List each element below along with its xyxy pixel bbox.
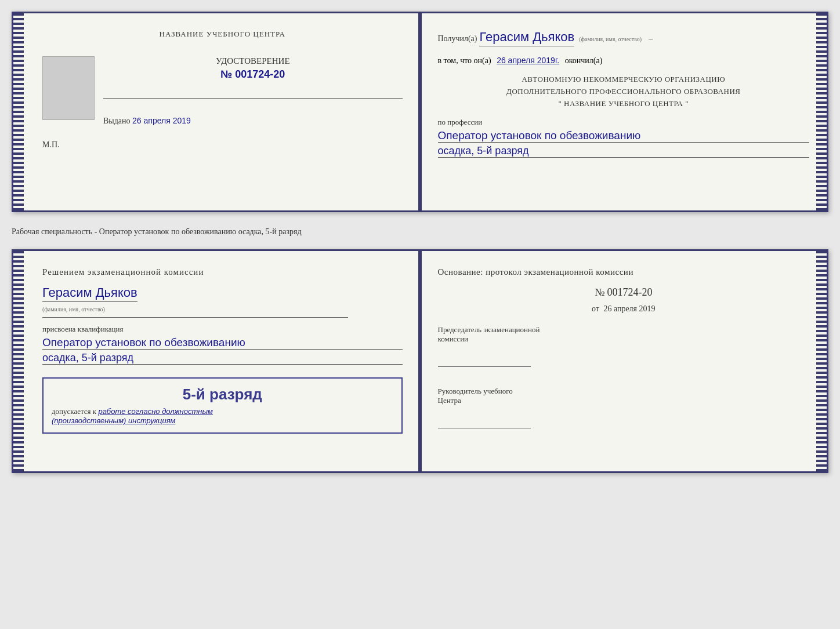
date-value: 26 апреля 2019 bbox=[603, 304, 655, 313]
right-deco-lines-top bbox=[817, 13, 827, 210]
chairman-signature-line bbox=[438, 355, 531, 367]
fio-sublabel-bottom: (фамилия, имя, отчество) bbox=[42, 306, 105, 312]
top-right-page: Получил(а) Герасим Дьяков (фамилия, имя,… bbox=[421, 13, 827, 210]
bottom-diploma-book: Решением экзаменационной комиссии Гераси… bbox=[12, 249, 828, 473]
certificate-number: № 001724-20 bbox=[103, 68, 403, 81]
issued-label: Выдано bbox=[103, 117, 131, 125]
signature-block-director: Руководитель учебного Центра bbox=[438, 387, 810, 439]
qualification-name1: Оператор установок по обезвоживанию bbox=[42, 336, 403, 350]
signature-block-chairman: Председатель экзаменационной комиссии bbox=[438, 325, 810, 377]
center-name-top: НАЗВАНИЕ УЧЕБНОГО ЦЕНТРА bbox=[42, 30, 403, 39]
director-label: Руководитель учебного Центра bbox=[438, 387, 810, 405]
issued-line: Выдано 26 апреля 2019 bbox=[103, 116, 403, 126]
org-text: АВТОНОМНУЮ НЕКОММЕРЧЕСКУЮ ОРГАНИЗАЦИЮ ДО… bbox=[438, 74, 810, 110]
person-name-bottom: Герасим Дьяков bbox=[42, 285, 137, 302]
stamp-box: 5-й разряд допускается к работе согласно… bbox=[42, 377, 403, 434]
right-deco-lines-bottom bbox=[817, 251, 827, 471]
org-line2: ДОПОЛНИТЕЛЬНОГО ПРОФЕССИОНАЛЬНОГО ОБРАЗО… bbox=[438, 86, 810, 98]
rank-handwritten-top: осадка, 5-й разряд bbox=[438, 145, 810, 158]
date-handwritten-top: 26 апреля 2019г. bbox=[497, 56, 559, 65]
director-label2: Центра bbox=[438, 396, 461, 405]
bottom-left-page: Решением экзаменационной комиссии Гераси… bbox=[13, 251, 421, 471]
qualification-name2: осадка, 5-й разряд bbox=[42, 352, 403, 365]
received-label: Получил(а) bbox=[438, 34, 477, 43]
issued-date: 26 апреля 2019 bbox=[132, 116, 191, 125]
stamp-prefix: допускается к bbox=[52, 407, 96, 416]
separator-text: Рабочая специальность - Оператор установ… bbox=[12, 223, 828, 239]
bottom-right-page: Основание: протокол экзаменационной коми… bbox=[421, 251, 827, 471]
certificate-title: УДОСТОВЕРЕНИЕ bbox=[103, 56, 403, 66]
director-signature-line bbox=[438, 417, 531, 428]
director-label1: Руководитель учебного bbox=[438, 387, 513, 395]
org-line3: " НАЗВАНИЕ УЧЕБНОГО ЦЕНТРА " bbox=[438, 98, 810, 110]
chairman-label2: комиссии bbox=[438, 335, 469, 343]
stamp-rank: 5-й разряд bbox=[52, 386, 393, 403]
profession-handwritten-top: Оператор установок по обезвоживанию bbox=[438, 129, 810, 143]
chairman-label1: Председатель экзаменационной bbox=[438, 325, 540, 334]
basis-title: Основание: протокол экзаменационной коми… bbox=[438, 267, 810, 277]
date-preamble: в том, что он(а) bbox=[438, 56, 491, 65]
protocol-date: от 26 апреля 2019 bbox=[438, 304, 810, 314]
profession-label: по профессии bbox=[438, 118, 810, 127]
decision-title: Решением экзаменационной комиссии bbox=[42, 267, 403, 277]
protocol-number: № 001724-20 bbox=[438, 286, 810, 299]
org-line1: АВТОНОМНУЮ НЕКОММЕРЧЕСКУЮ ОРГАНИЗАЦИЮ bbox=[438, 74, 810, 86]
qualification-label: присвоена квалификация bbox=[42, 325, 403, 334]
recipient-name-top: Герасим Дьяков bbox=[479, 30, 574, 46]
stamp-italic1: работе согласно должностным bbox=[98, 407, 212, 416]
document-container: НАЗВАНИЕ УЧЕБНОГО ЦЕНТРА УДОСТОВЕРЕНИЕ №… bbox=[12, 12, 828, 473]
top-left-page: НАЗВАНИЕ УЧЕБНОГО ЦЕНТРА УДОСТОВЕРЕНИЕ №… bbox=[13, 13, 421, 210]
photo-placeholder bbox=[42, 56, 95, 120]
stamp-text: допускается к работе согласно должностны… bbox=[52, 407, 393, 426]
stamp-italic2: (производственным) инструкциям bbox=[52, 416, 176, 425]
mp-label: М.П. bbox=[42, 140, 403, 150]
protocol-number-text: № 001724-20 bbox=[595, 286, 653, 298]
date-suffix: окончил(а) bbox=[565, 56, 603, 65]
date-line-top: в том, что он(а) 26 апреля 2019г. окончи… bbox=[438, 56, 810, 66]
fio-sublabel-top: (фамилия, имя, отчество) bbox=[579, 36, 642, 42]
top-diploma-book: НАЗВАНИЕ УЧЕБНОГО ЦЕНТРА УДОСТОВЕРЕНИЕ №… bbox=[12, 12, 828, 212]
chairman-label: Председатель экзаменационной комиссии bbox=[438, 325, 810, 344]
date-prefix: от bbox=[592, 304, 599, 313]
